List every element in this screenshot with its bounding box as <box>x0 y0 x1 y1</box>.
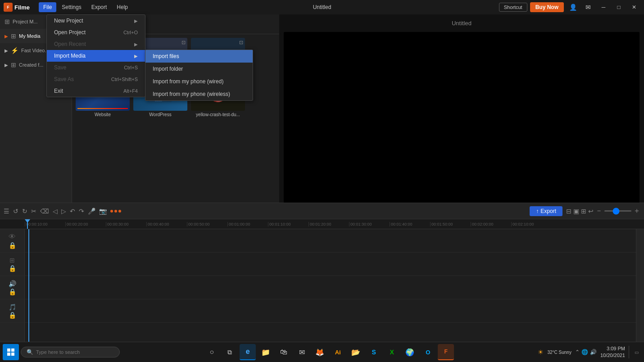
sidebar-item-project-label: Project M... <box>13 19 38 24</box>
taskbar-app-cortana[interactable]: ○ <box>204 344 220 360</box>
clock-time: 3:09 PM <box>600 345 625 352</box>
svg-rect-3 <box>11 353 14 356</box>
redo-button[interactable]: ↻ <box>22 208 27 215</box>
taskbar-app-filme[interactable]: F <box>438 344 454 360</box>
lock4-icon[interactable]: 🔒 <box>9 312 16 319</box>
submenu-import-phone-wireless[interactable]: Import from my phone (wireless) <box>145 88 253 100</box>
taskbar-app-edge[interactable]: e <box>240 344 256 360</box>
taskbar-app-globe[interactable]: 🌍 <box>402 344 418 360</box>
tray-arrow[interactable]: ⌃ <box>575 349 580 355</box>
messages-icon[interactable]: ✉ <box>582 1 594 14</box>
eye-icon[interactable]: 👁 <box>9 233 16 241</box>
submenu-import-files[interactable]: Import files <box>145 50 253 63</box>
search-input[interactable] <box>36 349 108 355</box>
step-forward-tl-button[interactable]: ▷ <box>61 208 66 215</box>
ruler-mark-3: 00:00:40:00 <box>146 222 187 226</box>
open-recent-arrow: ▶ <box>134 42 138 47</box>
clock-date: 10/20/2021 <box>600 352 625 359</box>
save-as-shortcut: Ctrl+Shift+S <box>111 77 138 82</box>
lock-icon[interactable]: 🔒 <box>9 242 16 249</box>
lock3-icon[interactable]: 🔒 <box>9 288 16 295</box>
timeline-cut[interactable]: ⊞ <box>581 208 586 215</box>
user-icon[interactable]: 👤 <box>567 1 579 14</box>
import-media-label: Import Media <box>54 53 86 59</box>
hamburger-button[interactable]: ☰ <box>4 208 9 215</box>
menu-settings[interactable]: Settings <box>57 2 86 12</box>
music-icon[interactable]: 🎵 <box>9 303 16 311</box>
speaker-icon[interactable]: 🔊 <box>9 280 16 287</box>
menu-item-exit[interactable]: Exit Alt+F4 <box>47 85 145 97</box>
timeline-magnet[interactable]: ↩ <box>588 208 594 215</box>
crash-label: yellow-crash-test-du... <box>191 112 245 117</box>
menu-item-open-recent[interactable]: Open Recent ▶ <box>47 38 145 50</box>
menu-item-save-as[interactable]: Save As Ctrl+Shift+S <box>47 73 145 85</box>
taskbar-app-excel[interactable]: X <box>384 344 400 360</box>
menu-help[interactable]: Help <box>112 2 132 12</box>
submenu-import-phone-wired[interactable]: Import from my phone (wired) <box>145 75 253 88</box>
taskbar-clock[interactable]: 3:09 PM 10/20/2021 <box>600 345 625 359</box>
indicator1 <box>110 210 113 213</box>
track-label-audio2: 🎵 🔒 <box>0 299 24 323</box>
taskbar-app-store[interactable]: 🛍 <box>276 344 292 360</box>
record-audio-button[interactable]: 🎤 <box>88 208 95 215</box>
import-folder-label: Import folder <box>153 66 183 72</box>
export-button[interactable]: ↑ Export <box>530 206 562 216</box>
preview-title: Untitled <box>279 14 644 32</box>
taskbar-app-taskview[interactable]: ⧉ <box>222 344 238 360</box>
submenu-import-folder[interactable]: Import folder <box>145 63 253 75</box>
network-icon[interactable]: 🌐 <box>581 349 588 355</box>
save-label: Save <box>54 64 66 71</box>
ruler-content: 00:00:10:00 00:00:20:00 00:00:30:00 00:0… <box>25 222 635 226</box>
ruler-mark-12: 00:02:10:00 <box>511 222 552 226</box>
menu-export[interactable]: Export <box>87 2 112 12</box>
start-button[interactable] <box>3 344 19 360</box>
taskbar-app-firefox[interactable]: 🦊 <box>312 344 328 360</box>
sidebar-item-my-media-label: My Media <box>19 33 41 39</box>
close-button[interactable]: ✕ <box>628 1 640 14</box>
save-as-label: Save As <box>54 76 74 82</box>
taskbar-app-explorer[interactable]: 📁 <box>258 344 274 360</box>
track-type-1[interactable]: ⊟ <box>566 208 571 215</box>
taskbar-app-mail[interactable]: ✉ <box>294 344 310 360</box>
taskbar-app-skype[interactable]: S <box>366 344 382 360</box>
import-files-label: Import files <box>153 53 179 59</box>
menu-item-save[interactable]: Save Ctrl+S <box>47 62 145 73</box>
menu-item-import-media[interactable]: Import Media ▶ Import files Import folde… <box>47 50 145 62</box>
track-type-2[interactable]: ▣ <box>573 208 579 215</box>
delete-button[interactable]: ⌫ <box>40 208 49 215</box>
buy-now-button[interactable]: Buy Now <box>530 2 564 12</box>
rotate-right-button[interactable]: ↷ <box>79 208 84 215</box>
zoom-slider[interactable] <box>604 210 631 212</box>
shortcut-button[interactable]: Shortcut <box>499 3 527 12</box>
system-tray: ⌃ 🌐 🔊 <box>575 349 597 355</box>
taskbar-right: ☀ 32°C Sunny ⌃ 🌐 🔊 3:09 PM 10/20/2021 ▭ <box>538 345 641 359</box>
zoom-out-button[interactable]: － <box>595 206 603 216</box>
taskbar-app-outlook[interactable]: O <box>420 344 436 360</box>
zoom-controls: ⊟ ▣ ⊞ ↩ － ＋ <box>566 206 640 216</box>
grid-icon[interactable]: ⊞ <box>9 257 15 264</box>
menu-file[interactable]: File <box>39 2 56 12</box>
taskbar: 🔍 ○ ⧉ e 📁 🛍 ✉ 🦊 Ai 📂 S X <box>0 342 644 362</box>
zoom-in-button[interactable]: ＋ <box>633 206 640 216</box>
titlebar-right: Shortcut Buy Now 👤 ✉ ─ □ ✕ <box>499 1 640 14</box>
menu-item-open-project[interactable]: Open Project Ctrl+O <box>47 27 145 38</box>
firefox-icon: 🦊 <box>315 348 324 357</box>
menu-item-new-project[interactable]: New Project ▶ <box>47 15 145 27</box>
taskbar-app-folder2[interactable]: 📂 <box>348 344 364 360</box>
volume-tray-icon[interactable]: 🔊 <box>590 349 597 355</box>
split-button[interactable]: ✂ <box>31 208 36 215</box>
show-desktop-button[interactable]: ▭ <box>629 346 641 358</box>
excel-icon: X <box>390 348 394 356</box>
rotate-left-button[interactable]: ↶ <box>70 208 75 215</box>
timeline-scrollbar[interactable] <box>636 229 644 342</box>
record-video-button[interactable]: 📷 <box>99 208 107 215</box>
taskbar-app-ai[interactable]: Ai <box>330 344 346 360</box>
edge-icon: e <box>246 348 250 356</box>
step-back-tl-button[interactable]: ◁ <box>53 208 58 215</box>
taskbar-search-bar[interactable]: 🔍 <box>21 347 120 357</box>
lock2-icon[interactable]: 🔒 <box>9 265 16 272</box>
project-media-icon: ⊞ <box>5 18 10 25</box>
undo-button[interactable]: ↺ <box>13 208 18 215</box>
minimize-button[interactable]: ─ <box>597 1 610 14</box>
maximize-button[interactable]: □ <box>612 1 625 14</box>
